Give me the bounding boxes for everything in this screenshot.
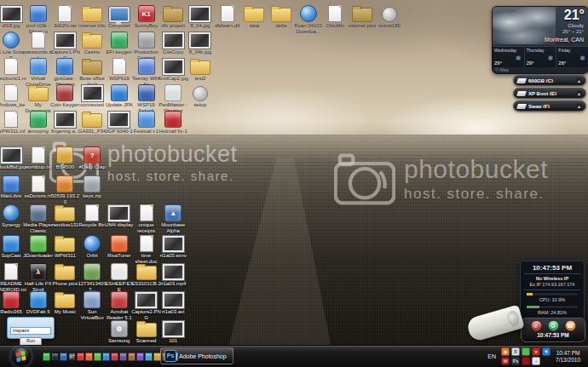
desktop-icon[interactable]: internet pics <box>347 5 378 29</box>
taskbar-clock[interactable]: 10:47 PM 7/13/2010 <box>556 350 583 364</box>
eject-icon[interactable]: ▲ <box>576 103 582 109</box>
drive-gadget[interactable]: Swap (F)▲ <box>513 100 586 112</box>
quicklaunch-icon-2[interactable] <box>51 353 59 361</box>
desktop-icon[interactable]: rt1a03.mp4 <box>158 263 188 287</box>
quicklaunch-icon-6[interactable] <box>85 353 93 361</box>
desktop-icon[interactable]: ssDonors.rtf <box>23 175 54 199</box>
desktop-icon[interactable]: nemilow131 <box>49 204 80 228</box>
desktop-icon[interactable]: setup <box>185 84 216 108</box>
desktop-icon[interactable]: rt1a03.avi <box>158 291 188 315</box>
desktop-icon[interactable]: 50539.193.20 <box>49 175 80 204</box>
desktop-icon[interactable]: Scanned <box>131 320 162 344</box>
desktop-icon[interactable]: WSP619 <box>104 58 135 82</box>
tray-icon[interactable]: Ps <box>511 357 520 365</box>
run-command-input[interactable] <box>10 327 51 335</box>
desktop-icon[interactable]: GridCap2.jpg <box>158 58 188 82</box>
desktop-icon[interactable]: DVDFab 5 <box>23 291 54 315</box>
quicklaunch-icon-12[interactable] <box>136 353 144 361</box>
recycle-button[interactable]: ♻ <box>548 320 559 331</box>
tray-icon[interactable]: ● <box>532 347 540 356</box>
desktop-icon[interactable]: Internet Info <box>77 5 107 29</box>
quicklaunch-icon-7[interactable] <box>94 353 101 361</box>
desktop-icon[interactable]: My Music <box>49 291 80 315</box>
desktop-icon[interactable]: PwdMaster - Shortcut <box>158 84 188 113</box>
taskbar-app-photoshop[interactable]: Ps Adobe Photoshop <box>160 347 233 364</box>
desktop-icon[interactable]: WPW311 <box>49 235 80 259</box>
desktop-icon[interactable]: Acrobat Reader 5.1 <box>104 291 135 320</box>
desktop-icon[interactable]: 8_04b.jpg <box>185 32 216 55</box>
desktop-icon[interactable]: GA931_P34 <box>77 111 107 135</box>
desktop-icon[interactable]: rt1a03.wmv <box>158 235 188 259</box>
desktop-icon[interactable]: λHalf-Life FX Singl <box>23 263 54 292</box>
tray-icon[interactable]: ◆ <box>501 347 510 356</box>
language-indicator[interactable]: EN <box>487 353 496 359</box>
desktop-icon[interactable]: Casino <box>77 32 107 55</box>
desktop-icon[interactable]: Orbit <box>77 235 107 259</box>
power-button[interactable]: ⊘ <box>531 320 542 331</box>
desktop-icon[interactable]: Sun VirtualBox <box>77 291 107 320</box>
desktop-icon[interactable]: RivaTuner <box>104 235 135 259</box>
phone-button[interactable]: ☎ <box>565 320 576 331</box>
desktop-icon[interactable]: 8_04.jpg <box>185 5 216 29</box>
desktop-icon[interactable]: ES3101CB.2 <box>131 263 162 287</box>
quicklaunch-icon-11[interactable] <box>128 353 135 361</box>
desktop-icon[interactable]: WSP19 SolveIt <box>131 84 162 113</box>
desktop-icon[interactable]: debs <box>266 5 297 29</box>
desktop-icon[interactable]: unique receipts <box>131 204 162 233</box>
quicklaunch-icon-8[interactable] <box>102 353 110 361</box>
desktop-icon[interactable]: Coin Keygen <box>49 84 80 108</box>
desktop-icon[interactable]: Festival t-1 <box>131 111 162 135</box>
desktop-icon[interactable]: prof-r03k - Shortcut <box>23 5 54 34</box>
tray-icon[interactable]: ♪ <box>532 357 540 365</box>
desktop-icon[interactable]: time sheet.doc <box>131 235 162 264</box>
desktop-icon[interactable]: CiteCopy <box>158 32 188 55</box>
desktop-icon[interactable]: Media Player Classic <box>23 204 54 233</box>
desktop-icon[interactable]: Recycle Bin <box>77 204 107 228</box>
desktop-icon[interactable]: Capture2.PNG <box>131 291 162 320</box>
launcher-dock-widget[interactable]: ⊘♻☎ 10:47:53 PM <box>521 318 585 342</box>
desktop-icon[interactable]: Hotmail fix-1 <box>158 111 188 135</box>
desktop-icon[interactable]: EFI keygen <box>104 32 135 55</box>
quicklaunch-icon-13[interactable] <box>145 353 153 361</box>
desktop-icon[interactable]: OsloMin <box>320 5 350 29</box>
tray-icon[interactable] <box>522 357 530 365</box>
desktop-icon[interactable]: dbllearn.dll <box>212 5 243 29</box>
desktop-icon[interactable]: test2 <box>185 58 216 82</box>
tray-icon[interactable]: ▼ <box>542 347 551 356</box>
desktop-icon[interactable]: data <box>239 5 269 29</box>
desktop-icon[interactable]: dfx project <box>158 5 188 29</box>
quicklaunch-icon-1[interactable] <box>43 353 50 361</box>
desktop-icon[interactable]: fingering a... <box>49 111 80 135</box>
drive-gadget[interactable]: XP Boot (E)▲ <box>513 88 586 99</box>
desktop-icon[interactable]: UM4 display <box>104 204 135 228</box>
desktop-icon[interactable]: Update JPA <box>104 84 135 108</box>
desktop-icon[interactable]: K1SunnyBoy <box>131 5 162 29</box>
desktop-icon[interactable]: Teensy W64 fix <box>131 58 162 87</box>
quicklaunch-icon-4[interactable]: 87 <box>68 353 76 361</box>
desktop-icon[interactable]: Computer <box>104 5 135 29</box>
run-dialog[interactable]: Run <box>7 317 55 339</box>
desktop-icon[interactable]: Capture1.PNG <box>49 32 80 60</box>
desktop-icon[interactable]: JDownloader <box>23 235 54 259</box>
drive-gadget[interactable]: 600GB (C)▲ <box>513 75 586 86</box>
eject-icon[interactable]: ▲ <box>576 90 582 96</box>
desktop-icon[interactable]: gpsGate - Shortcut <box>49 58 80 87</box>
desktop-icon[interactable]: Phone pics <box>49 263 80 287</box>
desktop-icon[interactable]: annoying <box>23 111 54 135</box>
tray-icon[interactable]: W <box>501 357 510 365</box>
desktop-icon[interactable]: uninst180 <box>374 5 405 29</box>
start-button[interactable] <box>11 347 32 367</box>
desktop-icon[interactable]: Ryan 04103 Downloa... <box>293 5 324 34</box>
desktop-icon[interactable]: ?#Daily Crap <box>77 146 107 170</box>
desktop-icon[interactable]: connected <box>77 84 107 108</box>
desktop-icon[interactable]: worldcup.txt <box>23 146 54 170</box>
desktop-icon[interactable]: Virtual CloneDrive <box>23 58 54 87</box>
quicklaunch-icon-10[interactable] <box>119 353 127 361</box>
desktop-icon[interactable]: Bose office dash <box>77 58 107 87</box>
eject-icon[interactable]: ▲ <box>576 77 582 83</box>
desktop-icon[interactable]: JGP 9040-1 <box>104 111 135 135</box>
desktop-icon[interactable]: ▲Moonbase Alpha <box>158 204 188 233</box>
weather-widget[interactable]: 21° Cloudy 26° ~ 21° Montreal, CAN Wedne… <box>492 6 588 74</box>
desktop-icon[interactable]: 12734134097... <box>77 263 107 292</box>
desktop-icon[interactable]: passwords.txt <box>23 32 54 60</box>
